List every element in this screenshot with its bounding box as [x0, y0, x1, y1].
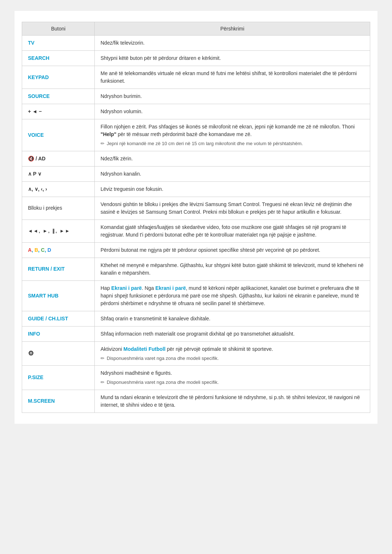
first-screen-bold-1: Ekrani i parë — [111, 285, 142, 291]
desc-media: Komandat gjatë shfaqjes/luajtjes së sked… — [95, 219, 370, 242]
button-label-smart-hub: SMART HUB — [22, 280, 95, 311]
button-label-source: SOURCE — [22, 89, 95, 104]
button-label-voice: VOICE — [22, 119, 95, 151]
desc-guide: Shfaq orarin e transmetimit të kanaleve … — [95, 311, 370, 326]
desc-smart-hub: Hap Ekrani i parë. Nga Ekrani i parë, mu… — [95, 280, 370, 311]
pencil-icon-2: ✏ — [101, 355, 105, 362]
football-mode-bold: Modaliteti Futboll — [123, 346, 166, 352]
button-label-media: ◄◄, ►, ‖, ►► — [22, 219, 95, 242]
table-row: M.SCREEN Mund ta ndani ekranin e televiz… — [22, 390, 370, 413]
desc-football: Aktivizoni Modaliteti Futboll për një pë… — [95, 341, 370, 366]
col-header-button: Butoni — [22, 22, 95, 36]
psize-note-text: Disponueshmëria varet nga zona dhe model… — [107, 379, 219, 386]
table-row: 🔇 / AD Ndez/fik zërin. — [22, 151, 370, 166]
table-row: ∧ P ∨ Ndryshon kanalin. — [22, 166, 370, 181]
table-row: KEYPAD Me anë të telekomandës virtuale n… — [22, 66, 370, 89]
button-label-arrows: ∧, ∨, ‹, › — [22, 181, 95, 197]
table-row: INFO Shfaq informacion rreth materialit … — [22, 326, 370, 341]
desc-tv: Ndez/fik televizorin. — [95, 36, 370, 51]
button-label-psize: P.SIZE — [22, 366, 95, 390]
desc-volume: Ndryshon volumin. — [95, 104, 370, 119]
button-label-guide: GUIDE / CH.LIST — [22, 311, 95, 326]
pencil-icon: ✏ — [101, 140, 105, 147]
button-label-volume: + ◄ − — [22, 104, 95, 119]
col-header-description: Përshkrimi — [95, 22, 370, 36]
table-row: Blloku i prekjes Vendosni gishtin te bll… — [22, 197, 370, 219]
desc-search: Shtypni këtë buton për të përdorur drita… — [95, 51, 370, 66]
button-table: Butoni Përshkrimi TV Ndez/fik televizori… — [22, 22, 370, 413]
table-row: ◄◄, ►, ‖, ►► Komandat gjatë shfaqjes/lua… — [22, 219, 370, 242]
table-row: RETURN / EXIT Kthehet në menynë e mëpars… — [22, 258, 370, 280]
button-label-keypad: KEYPAD — [22, 66, 95, 89]
help-bold: "Help" — [101, 131, 117, 137]
psize-note: ✏ Disponueshmëria varet nga zona dhe mod… — [101, 379, 364, 386]
first-screen-bold-2: Ekrani i parë — [155, 285, 186, 291]
desc-arrows: Lëviz treguesin ose fokusin. — [95, 181, 370, 197]
button-label-football: ⚙ — [22, 341, 95, 366]
table-row: GUIDE / CH.LIST Shfaq orarin e transmeti… — [22, 311, 370, 326]
voice-note: ✏ Jepni një komandë me zë 10 cm deri në … — [101, 140, 364, 147]
button-d: D — [48, 247, 51, 253]
button-c: C — [41, 247, 45, 253]
pencil-icon-3: ✏ — [101, 379, 105, 386]
voice-note-text: Jepni një komandë me zë 10 cm deri në 15… — [107, 140, 303, 147]
desc-touchblock: Vendosni gishtin te blloku i prekjes dhe… — [95, 197, 370, 219]
table-row: P.SIZE Ndryshoni madhësinë e figurës. ✏ … — [22, 366, 370, 390]
button-label-mscreen: M.SCREEN — [22, 390, 95, 413]
button-label-channel: ∧ P ∨ — [22, 166, 95, 181]
table-row: + ◄ − Ndryshon volumin. — [22, 104, 370, 119]
button-b: B — [34, 247, 38, 253]
table-row: A, B, C, D Përdorni butonat me ngjyra pë… — [22, 242, 370, 258]
button-label-search: SEARCH — [22, 51, 95, 66]
desc-info: Shfaq informacion rreth materialit ose p… — [95, 326, 370, 341]
desc-channel: Ndryshon kanalin. — [95, 166, 370, 181]
football-note-text: Disponueshmëria varet nga zona dhe model… — [107, 355, 219, 362]
table-row: SOURCE Ndryshon burimin. — [22, 89, 370, 104]
button-label-return-exit: RETURN / EXIT — [22, 258, 95, 280]
button-a: A — [28, 247, 32, 253]
table-row: VOICE Fillon njohjen e zërit. Pas shfaqj… — [22, 119, 370, 151]
button-label-mute: 🔇 / AD — [22, 151, 95, 166]
desc-mscreen: Mund ta ndani ekranin e televizorit dhe … — [95, 390, 370, 413]
table-row: SMART HUB Hap Ekrani i parë. Nga Ekrani … — [22, 280, 370, 311]
table-row: ∧, ∨, ‹, › Lëviz treguesin ose fokusin. — [22, 181, 370, 197]
football-note: ✏ Disponueshmëria varet nga zona dhe mod… — [101, 355, 364, 362]
desc-keypad: Me anë të telekomandës virtuale në ekran… — [95, 66, 370, 89]
desc-psize: Ndryshoni madhësinë e figurës. ✏ Disponu… — [95, 366, 370, 390]
desc-abcd: Përdorni butonat me ngjyra për të përdor… — [95, 242, 370, 258]
table-row: TV Ndez/fik televizorin. — [22, 36, 370, 51]
desc-return-exit: Kthehet në menynë e mëparshme. Gjithasht… — [95, 258, 370, 280]
table-row: ⚙ Aktivizoni Modaliteti Futboll për një … — [22, 341, 370, 366]
button-label-abcd: A, B, C, D — [22, 242, 95, 258]
desc-voice: Fillon njohjen e zërit. Pas shfaqjes së … — [95, 119, 370, 151]
button-label-tv: TV — [22, 36, 95, 51]
button-label-touchblock: Blloku i prekjes — [22, 197, 95, 219]
main-page: Butoni Përshkrimi TV Ndez/fik televizori… — [15, 11, 377, 424]
table-row: SEARCH Shtypni këtë buton për të përdoru… — [22, 51, 370, 66]
button-label-info: INFO — [22, 326, 95, 341]
desc-source: Ndryshon burimin. — [95, 89, 370, 104]
desc-mute: Ndez/fik zërin. — [95, 151, 370, 166]
